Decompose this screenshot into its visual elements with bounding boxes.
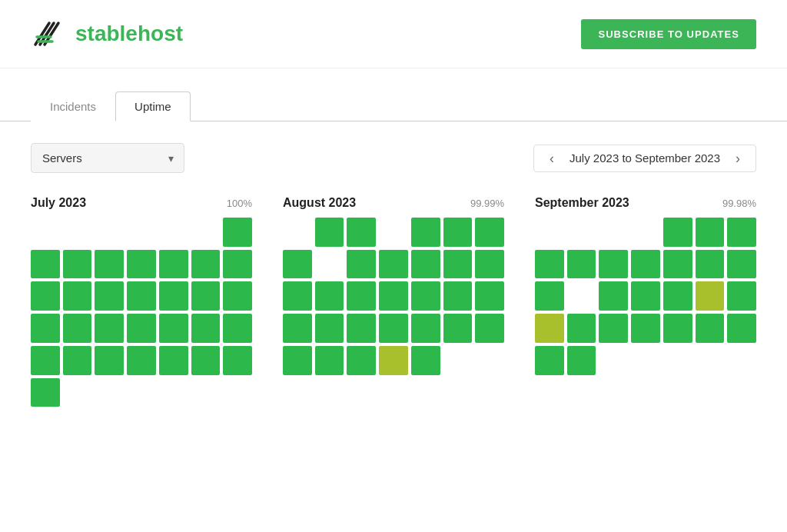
day-grid-2 [535, 218, 756, 407]
day-cell-2-3 [631, 218, 660, 247]
day-cell-0-8 [63, 250, 92, 279]
day-cell-0-37 [95, 378, 124, 407]
date-nav: ‹ July 2023 to September 2023 › [533, 145, 756, 172]
day-cell-1-26 [443, 314, 473, 343]
day-cell-0-33 [191, 346, 221, 375]
day-cell-1-18 [411, 281, 440, 311]
day-grid-0 [31, 218, 252, 407]
day-cell-1-12 [443, 250, 473, 279]
tab-incidents[interactable]: Incidents [31, 91, 115, 121]
day-cell-2-29 [567, 346, 596, 375]
month-title-1: August 2023 [283, 196, 356, 210]
day-cell-2-2 [599, 218, 628, 247]
logo-text: stablehost [75, 22, 183, 46]
day-cell-2-1 [567, 218, 596, 247]
day-cell-2-19 [696, 281, 725, 311]
day-cell-0-23 [95, 314, 124, 343]
calendars-area: July 2023100%August 202399.99%September … [0, 188, 787, 437]
day-cell-1-27 [475, 314, 504, 343]
servers-dropdown[interactable]: Servers Network Applications [31, 143, 184, 173]
day-cell-0-29 [63, 346, 92, 375]
day-cell-1-22 [315, 314, 344, 343]
date-range-text: July 2023 to September 2023 [569, 151, 720, 165]
day-cell-0-5 [191, 218, 221, 247]
month-title-2: September 2023 [535, 196, 629, 210]
day-cell-1-17 [379, 281, 408, 311]
day-cell-1-3 [379, 218, 408, 247]
day-cell-0-15 [63, 281, 92, 311]
day-cell-0-36 [63, 378, 92, 407]
day-cell-2-15 [567, 281, 596, 311]
day-cell-2-8 [567, 250, 596, 279]
month-pct-0: 100% [227, 198, 252, 209]
day-cell-0-2 [95, 218, 124, 247]
day-cell-0-6 [223, 218, 252, 247]
logo: stablehost [31, 15, 183, 52]
day-cell-0-30 [95, 346, 124, 375]
day-cell-1-1 [315, 218, 344, 247]
day-cell-0-32 [159, 346, 188, 375]
tab-uptime[interactable]: Uptime [115, 91, 191, 121]
day-cell-1-31 [379, 346, 408, 375]
day-cell-1-7 [283, 250, 312, 279]
day-cell-2-11 [663, 250, 692, 279]
month-block-1: August 202399.99% [283, 196, 504, 407]
day-cell-0-16 [95, 281, 124, 311]
day-cell-2-39 [663, 378, 692, 407]
day-cell-2-7 [535, 250, 564, 279]
day-cell-2-40 [696, 378, 725, 407]
day-cell-2-30 [599, 346, 628, 375]
month-title-0: July 2023 [31, 196, 86, 210]
day-cell-0-0 [31, 218, 60, 247]
day-cell-2-6 [727, 218, 756, 247]
subscribe-button[interactable]: SUBSCRIBE TO UPDATES [581, 19, 756, 49]
day-cell-2-16 [599, 281, 628, 311]
day-cell-0-12 [191, 250, 221, 279]
day-cell-2-5 [696, 218, 725, 247]
next-period-button[interactable]: › [732, 151, 743, 165]
month-header-1: August 202399.99% [283, 196, 504, 210]
day-cell-1-40 [443, 378, 473, 407]
day-cell-1-6 [475, 218, 504, 247]
day-cell-2-36 [567, 378, 596, 407]
day-cell-2-20 [727, 281, 756, 311]
day-cell-0-26 [191, 314, 221, 343]
day-cell-0-38 [127, 378, 156, 407]
day-cell-0-27 [223, 314, 252, 343]
logo-word-stable: stable [75, 22, 138, 45]
day-cell-2-24 [631, 314, 660, 343]
day-cell-0-4 [159, 218, 188, 247]
day-cell-1-36 [315, 378, 344, 407]
day-cell-0-18 [159, 281, 188, 311]
day-cell-0-17 [127, 281, 156, 311]
day-cell-0-1 [63, 218, 92, 247]
day-cell-1-37 [347, 378, 376, 407]
day-cell-2-13 [727, 250, 756, 279]
day-cell-2-4 [663, 218, 692, 247]
day-cell-2-27 [727, 314, 756, 343]
day-cell-0-24 [127, 314, 156, 343]
servers-dropdown-wrapper: Servers Network Applications [31, 143, 184, 173]
day-cell-0-14 [31, 281, 60, 311]
day-cell-2-25 [663, 314, 692, 343]
day-cell-2-37 [599, 378, 628, 407]
day-cell-0-35 [31, 378, 60, 407]
day-grid-1 [283, 218, 504, 407]
day-cell-2-23 [599, 314, 628, 343]
day-cell-0-20 [223, 281, 252, 311]
day-cell-1-14 [283, 281, 312, 311]
day-cell-2-34 [727, 346, 756, 375]
prev-period-button[interactable]: ‹ [546, 151, 557, 165]
day-cell-2-0 [535, 218, 564, 247]
day-cell-1-29 [315, 346, 344, 375]
day-cell-2-22 [567, 314, 596, 343]
day-cell-2-33 [696, 346, 725, 375]
day-cell-2-32 [663, 346, 692, 375]
day-cell-0-39 [159, 378, 188, 407]
day-cell-0-25 [159, 314, 188, 343]
day-cell-2-35 [535, 378, 564, 407]
day-cell-0-34 [223, 346, 252, 375]
day-cell-1-38 [379, 378, 408, 407]
day-cell-1-13 [475, 250, 504, 279]
day-cell-0-13 [223, 250, 252, 279]
